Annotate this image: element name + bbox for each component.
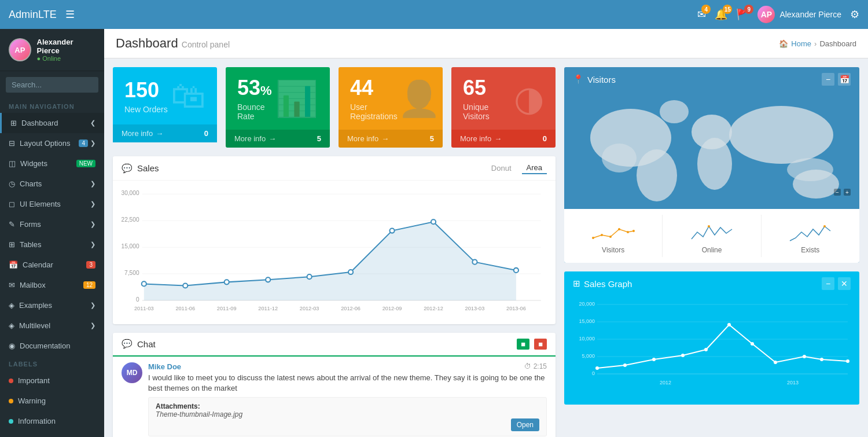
vstat-online: Online: [663, 215, 761, 257]
vstat-exists: Exists: [762, 215, 859, 257]
stat-boxes: 150 New Orders 🛍 More info → 0: [113, 67, 556, 148]
svg-text:7,500: 7,500: [124, 270, 139, 276]
sidebar-item-charts[interactable]: ◷ Charts ❯: [0, 174, 104, 194]
svg-point-19: [472, 260, 477, 265]
visitors-stats: Visitors Online: [564, 209, 859, 263]
sales-chart-area: 30,000 22,500 15,000 7,500 0: [113, 181, 556, 324]
sidebar-avatar: AP: [9, 38, 31, 61]
svg-point-11: [142, 281, 146, 286]
app-logo[interactable]: AdminLTE: [9, 9, 57, 21]
donut-btn[interactable]: Donut: [487, 163, 516, 174]
registrations-label: User Registrations: [350, 102, 398, 121]
sidebar-label-docs: Documentation: [20, 341, 70, 350]
logo-text: AdminLTE: [9, 9, 57, 20]
bounce-footer[interactable]: More info → 5: [226, 130, 330, 148]
orders-label: New Orders: [124, 105, 168, 114]
world-map-svg: + −: [567, 94, 856, 204]
svg-text:2012-06: 2012-06: [341, 306, 361, 311]
exists-mini-chart: [764, 218, 856, 244]
search-box: [0, 71, 104, 98]
visitors-icon: ◑: [514, 78, 544, 119]
svg-text:5,000: 5,000: [582, 353, 595, 359]
content-header: Dashboard Control panel 🏠 Home › Dashboa…: [104, 29, 868, 58]
bounce-number: 53%: [237, 76, 275, 100]
sidebar-item-layout[interactable]: ⊟ Layout Options 4 ❯: [0, 133, 104, 153]
hamburger-menu[interactable]: ☰: [65, 8, 75, 21]
sidebar-item-ui[interactable]: ◻ UI Elements ❯: [0, 194, 104, 214]
sidebar-user-panel: AP Alexander Pierce Online: [0, 29, 104, 71]
sg-close-btn[interactable]: ✕: [838, 277, 851, 290]
chat-green-btn[interactable]: ■: [517, 339, 529, 350]
mail-button[interactable]: ✉ 4: [697, 8, 706, 21]
svg-text:20,000: 20,000: [579, 301, 595, 307]
sidebar-label-layout: Layout Options: [20, 139, 70, 148]
svg-text:0: 0: [592, 370, 595, 376]
svg-point-37: [729, 106, 833, 164]
sidebar-label-tables: Tables: [20, 240, 42, 249]
stat-box-registrations[interactable]: 44 User Registrations 👤 More info → 5: [339, 67, 443, 148]
breadcrumb-home-icon: 🏠: [779, 39, 788, 48]
stat-box-orders[interactable]: 150 New Orders 🛍 More info → 0: [113, 67, 217, 148]
svg-point-34: [660, 100, 689, 123]
flag-badge: 9: [744, 5, 753, 14]
svg-point-50: [632, 230, 635, 232]
sidebar-label-important[interactable]: Important: [0, 370, 104, 391]
chat-messages: MD Mike Doe ⏱ 2:15 I would like to meet …: [113, 357, 556, 437]
chat-time-1: ⏱ 2:15: [524, 362, 547, 371]
user-menu-button[interactable]: AP Alexander Pierce: [757, 6, 841, 23]
location-icon: 📍: [573, 74, 584, 85]
sidebar-item-multilevel[interactable]: ◈ Multilevel ❯: [0, 315, 104, 336]
sidebar-status: Online: [37, 55, 95, 62]
sidebar-item-examples[interactable]: ◈ Examples ❯: [0, 295, 104, 315]
top-navigation: AdminLTE ☰ ✉ 4 🔔 15 🚩 9 AP Alexander Pie…: [0, 0, 868, 29]
sidebar-item-documentation[interactable]: ◉ Documentation: [0, 336, 104, 356]
visitors-footer[interactable]: More info → 0: [451, 130, 556, 148]
svg-point-51: [708, 225, 710, 227]
calendar-icon: 📅: [9, 260, 18, 269]
flag-button[interactable]: 🚩 9: [736, 8, 749, 21]
sidebar-item-widgets[interactable]: ◫ Widgets NEW: [0, 153, 104, 174]
registrations-footer[interactable]: More info → 5: [339, 130, 443, 148]
chat-text-1: I would like to meet you to discuss the …: [148, 373, 547, 394]
chat-red-btn[interactable]: ■: [534, 339, 547, 350]
breadcrumb-home[interactable]: Home: [791, 39, 811, 48]
search-input[interactable]: [6, 77, 98, 93]
layout-icon: ⊟: [9, 139, 15, 148]
area-btn[interactable]: Area: [522, 162, 547, 174]
svg-text:2013-06: 2013-06: [506, 306, 526, 311]
sales-graph-svg: 20,000 15,000 10,000 5,000 0: [570, 299, 854, 397]
visitors-label: Unique Visitors: [463, 102, 514, 121]
orders-footer[interactable]: More info → 0: [113, 124, 217, 142]
sidebar-item-tables[interactable]: ⊞ Tables ❯: [0, 234, 104, 255]
svg-text:30,000: 30,000: [122, 190, 139, 196]
tables-icon: ⊞: [9, 240, 15, 249]
sidebar: AP Alexander Pierce Online MAIN NAVIGATI…: [0, 29, 104, 437]
stat-box-bounce[interactable]: 53% Bounce Rate 📊 More info → 5: [226, 67, 330, 148]
svg-text:2011-03: 2011-03: [134, 306, 154, 311]
settings-icon[interactable]: ⚙: [850, 8, 859, 21]
sales-graph-box: ⊞ Sales Graph − ✕ 20,000 15,000: [564, 271, 859, 405]
stat-box-visitors[interactable]: 65 Unique Visitors ◑ More info → 0: [451, 67, 556, 148]
user-avatar: AP: [757, 6, 775, 23]
svg-point-66: [681, 354, 685, 357]
svg-point-68: [727, 323, 731, 326]
attachment-file: Theme-thumbnail-Image.jpg: [156, 410, 539, 418]
visitors-calendar-btn[interactable]: 📅: [838, 73, 851, 86]
sidebar-item-forms[interactable]: ✎ Forms ❯: [0, 214, 104, 234]
open-attachment-btn[interactable]: Open: [511, 418, 539, 431]
sales-box: 💬 Sales Donut Area 30,000 22,500: [113, 156, 556, 324]
sales-chart-svg: 30,000 22,500 15,000 7,500 0: [122, 186, 547, 317]
sidebar-item-mailbox[interactable]: ✉ Mailbox 12: [0, 275, 104, 295]
sidebar-item-dashboard[interactable]: ⊞ Dashboard ❮: [0, 113, 104, 133]
visitors-minimize-btn[interactable]: −: [822, 73, 834, 86]
svg-point-46: [601, 234, 603, 236]
svg-text:15,000: 15,000: [122, 243, 139, 249]
sidebar-label-warning[interactable]: Warning: [0, 391, 104, 411]
sidebar-item-calendar[interactable]: 📅 Calendar 3: [0, 255, 104, 275]
svg-text:22,500: 22,500: [122, 216, 139, 223]
sales-graph-tools: − ✕: [822, 277, 851, 290]
bell-button[interactable]: 🔔 15: [715, 8, 727, 21]
sidebar-label-information[interactable]: Information: [0, 411, 104, 431]
svg-point-52: [823, 225, 826, 227]
sg-minimize-btn[interactable]: −: [822, 277, 834, 290]
